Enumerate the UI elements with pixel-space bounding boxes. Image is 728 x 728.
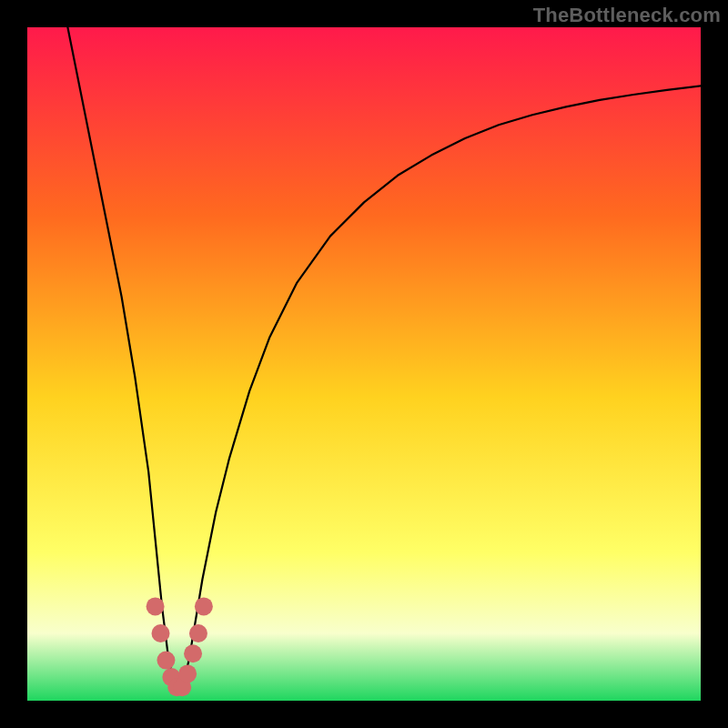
highlight-marker — [157, 652, 175, 670]
gradient-background — [27, 27, 701, 701]
plot-area — [27, 27, 701, 701]
bottleneck-chart — [27, 27, 701, 701]
highlight-marker — [178, 664, 197, 682]
outer-frame: TheBottleneck.com — [0, 0, 728, 728]
highlight-marker — [195, 597, 213, 615]
highlight-marker — [189, 624, 207, 642]
highlight-marker — [152, 624, 170, 642]
watermark-text: TheBottleneck.com — [533, 4, 721, 27]
highlight-marker — [184, 644, 202, 662]
highlight-marker — [147, 597, 165, 615]
